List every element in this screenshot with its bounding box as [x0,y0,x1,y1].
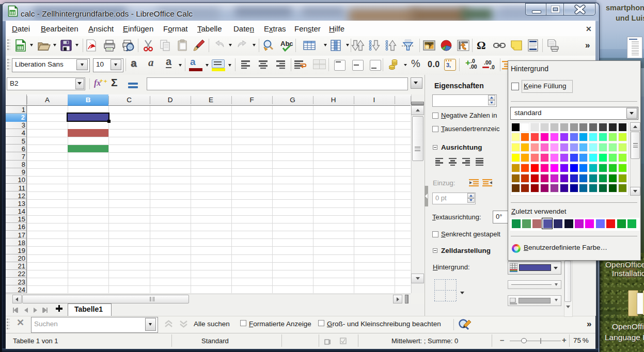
svg-text:Ω: Ω [477,39,486,52]
svg-text:Abc: Abc [280,40,293,47]
